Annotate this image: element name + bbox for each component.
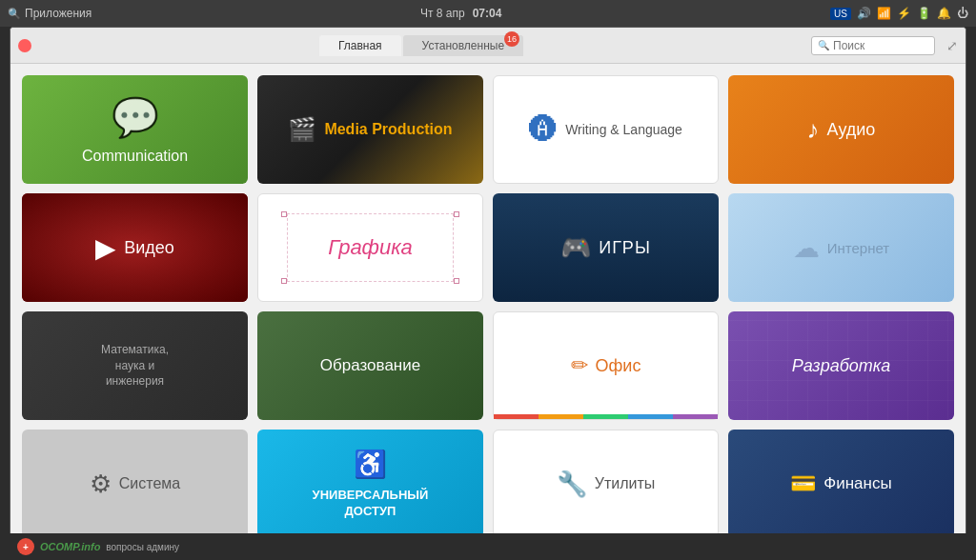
brand-name: OCOMP.info [40,541,100,552]
window-toolbar: × Главная Установленные 16 🔍 ⤢ [10,28,966,64]
tile-label-media: Media Production [324,121,452,138]
brand-logo: + [17,538,34,555]
tile-writing[interactable]: 🅐 Writing & Language [493,75,719,184]
media-icon: 🎬 [288,116,316,143]
tiles-grid: 💬 Communication 🎬 Media Production 🅐 Wri… [10,64,966,550]
tile-label-audio: Аудио [827,120,876,140]
audio-icon: ♪ [807,115,820,145]
system-bar-right: US 🔊 📶 ⚡ 🔋 🔔 ⏻ [830,7,968,20]
system-bar-left: 🔍 Приложения [8,7,92,20]
tile-label-dev: Разработка [792,356,891,376]
tile-label-finance: Финансы [824,474,891,493]
tile-access[interactable]: ♿ УНИВЕРСАЛЬНЫЙ ДОСТУП [257,430,483,538]
installed-badge: 16 [504,31,519,47]
tile-label-access: УНИВЕРСАЛЬНЫЙ ДОСТУП [313,488,429,520]
system-bar: 🔍 Приложения Чт 8 апр 07:04 US 🔊 📶 ⚡ 🔋 🔔… [0,0,976,27]
tile-graphics[interactable]: Графика [257,193,483,302]
tile-label-internet: Интернет [827,240,889,256]
writing-icon: 🅐 [529,113,558,146]
tile-finance[interactable]: 💳 Финансы [728,430,954,538]
tile-label-communication: Communication [82,148,188,165]
games-icon: 🎮 [560,233,591,263]
bar-red [494,414,539,419]
bottom-bar: + OCOMP.info вопросы админу [10,533,966,560]
tile-math[interactable]: Математика, наука и инженерия [22,311,248,420]
maximize-button[interactable]: ⤢ [946,38,958,53]
app-window: × Главная Установленные 16 🔍 ⤢ 💬 Communi… [10,27,966,550]
volume-icon: 🔊 [857,7,871,20]
internet-cloud-icon: ☁ [793,232,820,264]
lang-flag[interactable]: US [830,8,851,20]
tile-education[interactable]: Образование [257,311,483,420]
tile-system[interactable]: ⚙ Система [22,430,248,538]
tile-internet[interactable]: ☁ Интернет [728,193,954,302]
tile-label-office: Офис [596,356,641,376]
graphics-corner-bl [281,278,287,284]
video-play-icon: ▶ [95,232,116,264]
tile-media-production[interactable]: 🎬 Media Production [257,75,483,184]
graphics-corner-tr [454,211,459,217]
tile-label-writing: Writing & Language [565,122,682,137]
graphics-corner-br [454,278,459,284]
wifi-icon: 📶 [877,7,891,20]
tile-label-math: Математика, наука и инженерия [101,342,169,390]
tab-bar: Главная Установленные 16 [39,35,803,56]
search-input[interactable] [833,39,928,52]
tile-label-education: Образование [320,356,420,375]
search-icon: 🔍 [8,8,21,20]
power-icon[interactable]: ⏻ [957,7,968,20]
bar-blue [628,414,673,419]
utilities-icon: 🔧 [557,470,587,499]
access-icon: ♿ [354,449,387,480]
tile-label-utilities: Утилиты [595,475,656,492]
office-color-bar [494,414,718,419]
tab-installed[interactable]: Установленные 16 [403,35,523,56]
bluetooth-icon: ⚡ [897,7,911,20]
bar-purple [673,414,718,419]
date-display: Чт 8 апр [420,7,465,20]
tile-label-system: Система [119,475,180,492]
battery-icon: 🔋 [917,7,931,20]
time-display: 07:04 [473,7,502,20]
bar-green [583,414,628,419]
office-icon: ✏ [571,353,588,378]
bar-orange [539,414,583,419]
tile-label-graphics: Графика [328,235,413,260]
graphics-corner-tl [281,211,287,217]
system-bar-center: Чт 8 апр 07:04 [420,7,501,20]
tile-games[interactable]: 🎮 ИГРЫ [493,193,719,302]
tile-communication[interactable]: 💬 Communication [22,75,248,184]
tile-dev[interactable]: Разработка [728,311,954,420]
tab-home[interactable]: Главная [319,35,401,56]
close-button[interactable]: × [18,39,31,52]
search-icon-small: 🔍 [818,40,829,50]
notification-icon: 🔔 [937,7,951,20]
search-box[interactable]: 🔍 [811,36,935,55]
tile-audio[interactable]: ♪ Аудио [728,75,954,184]
finance-icon: 💳 [790,471,816,496]
tile-office[interactable]: ✏ Офис [493,311,719,420]
tile-utilities[interactable]: 🔧 Утилиты [493,430,719,538]
app-title: Приложения [25,7,92,20]
tile-label-games: ИГРЫ [599,238,651,258]
communication-art: 💬 [112,95,159,140]
system-icon: ⚙ [90,470,112,499]
tile-label-video: Видео [124,238,174,258]
tile-video[interactable]: ▶ Видео [22,193,248,302]
brand-tagline: вопросы админу [106,542,179,552]
